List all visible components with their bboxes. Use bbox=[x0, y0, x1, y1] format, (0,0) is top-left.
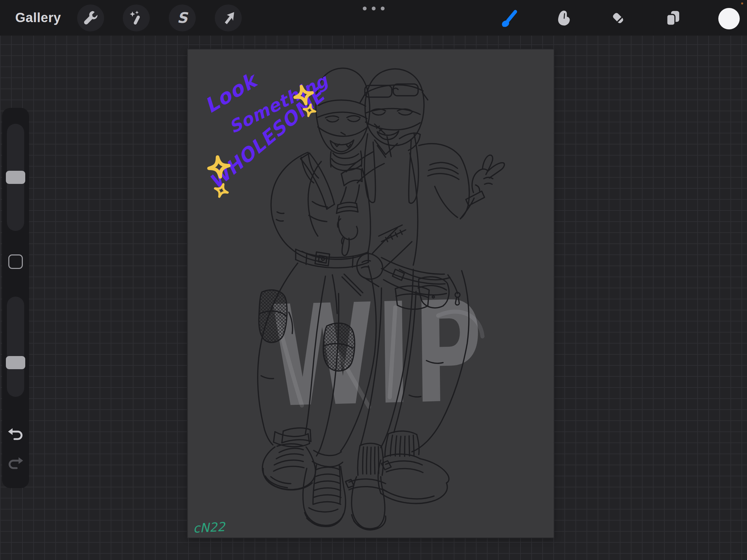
redo-button[interactable] bbox=[7, 454, 25, 472]
top-toolbar: Gallery S bbox=[0, 0, 747, 36]
layers-icon bbox=[664, 9, 682, 28]
ellipsis-icon bbox=[372, 7, 376, 10]
wrench-icon bbox=[82, 10, 99, 26]
color-swatch-circle bbox=[718, 8, 740, 29]
gallery-button[interactable]: Gallery bbox=[15, 0, 61, 36]
canvas-artwork: WIP bbox=[188, 49, 554, 538]
modify-button[interactable] bbox=[8, 254, 23, 269]
eraser-icon bbox=[609, 9, 628, 28]
brush-sidebar bbox=[2, 108, 29, 488]
erase-tool-button[interactable] bbox=[609, 9, 628, 28]
opacity-handle[interactable] bbox=[6, 356, 25, 369]
brush-size-handle[interactable] bbox=[6, 171, 25, 184]
transform-button[interactable] bbox=[215, 4, 242, 31]
adjustments-button[interactable] bbox=[123, 4, 150, 31]
layers-button[interactable] bbox=[664, 9, 682, 28]
paintbrush-icon bbox=[499, 9, 518, 28]
selection-s-icon: S bbox=[177, 11, 187, 25]
redo-arrow-icon bbox=[7, 454, 25, 472]
opacity-slider[interactable] bbox=[7, 297, 24, 397]
ellipsis-icon bbox=[363, 7, 367, 10]
drawing-canvas[interactable]: WIP bbox=[187, 49, 554, 538]
smudge-finger-icon bbox=[554, 9, 573, 28]
undo-arrow-icon bbox=[7, 425, 25, 443]
brush-size-slider[interactable] bbox=[7, 124, 24, 231]
transform-arrow-icon bbox=[220, 10, 237, 26]
procreate-workspace: Gallery S bbox=[0, 0, 747, 560]
smudge-tool-button[interactable] bbox=[554, 9, 573, 28]
selection-button[interactable]: S bbox=[169, 4, 196, 31]
undo-button[interactable] bbox=[7, 425, 25, 443]
paint-tool-button[interactable] bbox=[499, 9, 518, 28]
canvas-options-button[interactable] bbox=[359, 3, 388, 13]
color-swatch-button[interactable] bbox=[718, 8, 740, 29]
ellipsis-icon bbox=[381, 7, 385, 10]
artist-signature: cN22 bbox=[193, 520, 226, 535]
magic-wand-icon bbox=[128, 10, 145, 26]
actions-button[interactable] bbox=[77, 4, 104, 31]
status-indicator-dot bbox=[741, 2, 743, 4]
